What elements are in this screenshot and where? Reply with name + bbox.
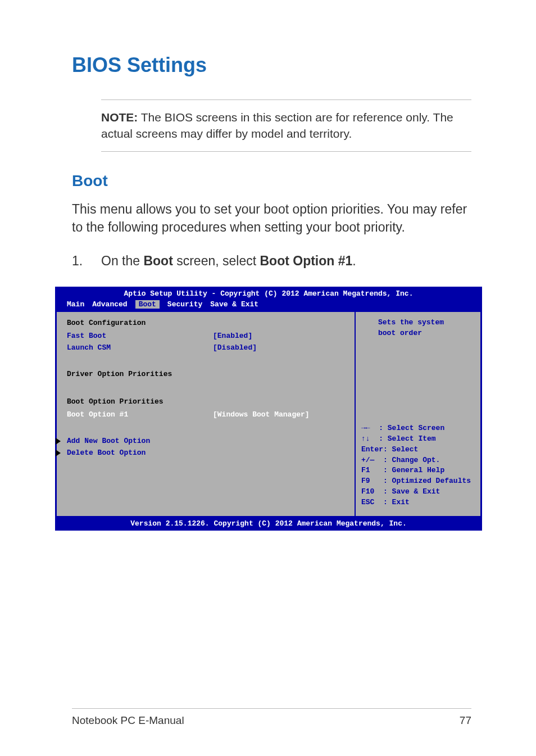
bios-description: Sets the system boot order (361, 318, 475, 339)
section-body: This menu allows you to set your boot op… (72, 200, 471, 236)
fast-boot-value: [Enabled] (213, 332, 252, 340)
section-heading: Boot (72, 172, 471, 190)
add-new-boot-option-label: Add New Boot Option (67, 437, 150, 445)
launch-csm-row[interactable]: Launch CSM [Disabled] (67, 343, 347, 352)
tab-save-exit[interactable]: Save & Exit (210, 300, 258, 309)
boot-option-1-label: Boot Option #1 (67, 410, 213, 419)
step-number: 1. (72, 252, 101, 270)
help-optimized: F9 : Optimized Defaults (361, 476, 475, 487)
step-prefix: On the (101, 253, 143, 268)
bios-key-help: →← : Select Screen ↑↓ : Select Item Ente… (361, 423, 475, 508)
tab-boot[interactable]: Boot (135, 300, 160, 309)
delete-boot-option[interactable]: Delete Boot Option (67, 449, 347, 457)
boot-configuration-heading: Boot Configuration (67, 319, 347, 327)
step-mid: screen, select (173, 253, 260, 268)
launch-csm-value: [Disabled] (213, 343, 257, 352)
step-text: On the Boot screen, select Boot Option #… (101, 252, 356, 270)
bios-body: Boot Configuration Fast Boot [Enabled] L… (56, 311, 482, 517)
help-change-opt: +/— : Change Opt. (361, 455, 475, 466)
driver-option-heading: Driver Option Priorities (67, 370, 347, 378)
help-select-item: ↑↓ : Select Item (361, 434, 475, 445)
page-number: 77 (460, 714, 471, 727)
help-select-screen: →← : Select Screen (361, 423, 475, 434)
boot-option-1-row[interactable]: Boot Option #1 [Windows Boot Manager] (67, 410, 347, 419)
fast-boot-row[interactable]: Fast Boot [Enabled] (67, 332, 347, 340)
bios-desc-line1: Sets the system (361, 318, 475, 328)
step-bold-1: Boot (143, 253, 172, 268)
tab-advanced[interactable]: Advanced (92, 300, 127, 309)
help-save-exit: F10 : Save & Exit (361, 487, 475, 497)
note-box: NOTE: The BIOS screens in this section a… (101, 99, 471, 152)
note-label: NOTE: (101, 111, 138, 124)
bios-window: Aptio Setup Utility - Copyright (C) 2012… (55, 287, 482, 530)
tab-security[interactable]: Security (167, 300, 202, 309)
step-1: 1. On the Boot screen, select Boot Optio… (72, 252, 471, 270)
note-text: The BIOS screens in this section are for… (101, 111, 453, 140)
step-bold-2: Boot Option #1 (260, 253, 353, 268)
boot-option-priorities-heading: Boot Option Priorities (67, 397, 347, 406)
triangle-right-icon (56, 438, 61, 445)
add-new-boot-option[interactable]: Add New Boot Option (67, 437, 347, 445)
bios-desc-line2: boot order (361, 328, 475, 339)
launch-csm-label: Launch CSM (67, 343, 213, 352)
bios-tabs: Main Advanced Boot Security Save & Exit (56, 299, 482, 311)
help-enter: Enter: Select (361, 445, 475, 455)
bios-titlebar: Aptio Setup Utility - Copyright (C) 2012… (56, 287, 482, 299)
bios-footer: Version 2.15.1226. Copyright (C) 2012 Am… (56, 517, 482, 530)
page-footer: Notebook PC E-Manual 77 (72, 708, 471, 727)
triangle-right-icon (56, 450, 61, 456)
help-general: F1 : General Help (361, 465, 475, 476)
boot-option-1-value: [Windows Boot Manager] (213, 410, 310, 419)
fast-boot-label: Fast Boot (67, 332, 213, 340)
help-esc: ESC : Exit (361, 497, 475, 508)
page-title: BIOS Settings (72, 53, 471, 77)
step-suffix: . (352, 253, 356, 268)
bios-left-pane: Boot Configuration Fast Boot [Enabled] L… (56, 311, 355, 517)
bios-right-pane: Sets the system boot order →← : Select S… (355, 311, 482, 517)
delete-boot-option-label: Delete Boot Option (67, 449, 146, 457)
tab-main[interactable]: Main (67, 300, 84, 309)
footer-title: Notebook PC E-Manual (72, 714, 184, 727)
